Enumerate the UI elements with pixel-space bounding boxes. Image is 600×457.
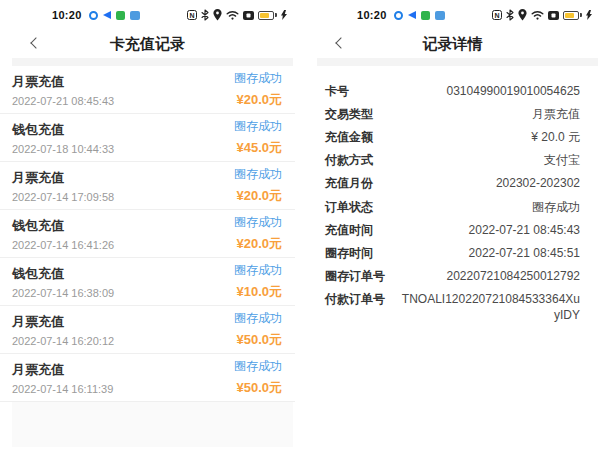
detail-label: 订单状态 xyxy=(325,199,373,215)
record-type: 月票充值 xyxy=(12,73,114,91)
detail-label: 卡号 xyxy=(325,83,349,99)
record-row-left: 月票充值 2022-07-14 16:20:12 xyxy=(12,313,114,347)
record-type: 月票充值 xyxy=(12,361,113,379)
share-triangle-icon xyxy=(103,11,111,19)
record-row-left: 钱包充值 2022-07-14 16:38:09 xyxy=(12,265,114,299)
svg-text:N: N xyxy=(189,12,194,19)
record-row-left: 月票充值 2022-07-14 17:09:58 xyxy=(12,169,114,203)
record-amount: ¥20.0元 xyxy=(234,91,282,109)
record-type: 月票充值 xyxy=(12,169,114,187)
notification-icons xyxy=(394,11,445,20)
record-list: 月票充值 2022-07-21 08:45:43 圈存成功 ¥20.0元 钱包充… xyxy=(0,66,295,402)
record-row-right: 圈存成功 ¥20.0元 xyxy=(234,70,282,109)
detail-row: 付款订单号 TNOALI120220721084533364XuyIDY xyxy=(325,288,580,327)
detail-value: TNOALI120220721084533364XuyIDY xyxy=(400,291,580,323)
blue-app-icon xyxy=(435,11,445,20)
svg-text:N: N xyxy=(494,12,499,19)
record-row[interactable]: 月票充值 2022-07-21 08:45:43 圈存成功 ¥20.0元 xyxy=(0,66,295,114)
status-bar: 10:20 N xyxy=(305,0,600,30)
record-row[interactable]: 月票充值 2022-07-14 17:09:58 圈存成功 ¥20.0元 xyxy=(0,162,295,210)
detail-label: 充值金额 xyxy=(325,129,373,145)
record-datetime: 2022-07-14 16:11:39 xyxy=(12,383,113,395)
screenshot-pair: 10:20 N 卡充值记录 xyxy=(0,0,600,457)
record-type: 钱包充值 xyxy=(12,121,114,139)
detail-value: ¥ 20.0 元 xyxy=(531,129,580,145)
clock-time: 10:20 xyxy=(52,9,82,21)
detail-value: 202302-202302 xyxy=(496,175,580,191)
record-amount: ¥20.0元 xyxy=(234,187,282,205)
record-row-right: 圈存成功 ¥20.0元 xyxy=(234,166,282,205)
battery-level xyxy=(565,13,574,18)
record-status: 圈存成功 xyxy=(234,118,282,135)
nav-bar: 卡充值记录 xyxy=(0,30,295,58)
record-type: 钱包充值 xyxy=(12,265,114,283)
detail-row: 交易类型 月票充值 xyxy=(325,102,580,125)
record-datetime: 2022-07-14 17:09:58 xyxy=(12,191,114,203)
record-amount: ¥50.0元 xyxy=(234,331,282,349)
record-row-right: 圈存成功 ¥10.0元 xyxy=(234,262,282,301)
bluetooth-icon xyxy=(506,9,514,21)
detail-label: 付款订单号 xyxy=(325,291,385,307)
battery-tip xyxy=(275,13,277,17)
battery-tip xyxy=(580,13,582,17)
location-icon xyxy=(518,9,527,21)
nav-bar: 记录详情 xyxy=(305,30,600,58)
screen-record-icon xyxy=(548,11,559,20)
detail-row: 充值月份 202302-202302 xyxy=(325,172,580,195)
system-status-icons: N xyxy=(187,9,287,21)
list-end-background xyxy=(12,402,293,447)
clock-time: 10:20 xyxy=(357,9,387,21)
detail-value: 2022-07-21 08:45:43 xyxy=(469,222,580,238)
charging-bolt-icon xyxy=(281,10,287,20)
detail-value: 圈存成功 xyxy=(532,199,580,215)
detail-label: 交易类型 xyxy=(325,106,373,122)
detail-row: 圈存时间 2022-07-21 08:45:51 xyxy=(325,241,580,264)
record-datetime: 2022-07-14 16:38:09 xyxy=(12,287,114,299)
detail-row: 卡号 03104990019010054625 xyxy=(325,79,580,102)
blue-app-icon xyxy=(130,11,140,20)
detail-label: 圈存订单号 xyxy=(325,268,385,284)
record-datetime: 2022-07-21 08:45:43 xyxy=(12,95,114,107)
record-type: 月票充值 xyxy=(12,313,114,331)
record-status: 圈存成功 xyxy=(234,358,282,375)
record-row-right: 圈存成功 ¥20.0元 xyxy=(234,214,282,253)
green-app-icon xyxy=(421,11,430,20)
page-title: 卡充值记录 xyxy=(0,35,295,54)
battery-level xyxy=(260,13,269,18)
record-row[interactable]: 钱包充值 2022-07-18 10:44:33 圈存成功 ¥45.0元 xyxy=(0,114,295,162)
detail-value: 03104990019010054625 xyxy=(447,83,580,99)
record-amount: ¥10.0元 xyxy=(234,283,282,301)
record-status: 圈存成功 xyxy=(234,70,282,87)
detail-row: 订单状态 圈存成功 xyxy=(325,195,580,218)
list-top-divider xyxy=(12,58,293,66)
record-detail-screen: 10:20 N 记录详情 xyxy=(305,0,600,457)
record-status: 圈存成功 xyxy=(234,310,282,327)
detail-top-divider xyxy=(317,58,598,66)
record-row[interactable]: 月票充值 2022-07-14 16:20:12 圈存成功 ¥50.0元 xyxy=(0,306,295,354)
notification-icons xyxy=(89,11,140,20)
record-row-left: 月票充值 2022-07-14 16:11:39 xyxy=(12,361,113,395)
record-row[interactable]: 钱包充值 2022-07-14 16:38:09 圈存成功 ¥10.0元 xyxy=(0,258,295,306)
share-triangle-icon xyxy=(408,11,416,19)
recharge-records-screen: 10:20 N 卡充值记录 xyxy=(0,0,295,457)
detail-label: 付款方式 xyxy=(325,152,373,168)
screen-record-icon xyxy=(243,11,254,20)
detail-label: 充值时间 xyxy=(325,222,373,238)
green-app-icon xyxy=(116,11,125,20)
charging-bolt-icon xyxy=(586,10,592,20)
detail-list: 卡号 03104990019010054625 交易类型 月票充值 充值金额 ¥… xyxy=(305,66,600,327)
detail-value: 支付宝 xyxy=(544,152,580,168)
record-row-right: 圈存成功 ¥50.0元 xyxy=(234,358,282,397)
nfc-icon: N xyxy=(187,10,197,20)
location-icon xyxy=(213,9,222,21)
wifi-icon xyxy=(226,10,239,20)
system-status-icons: N xyxy=(492,9,592,21)
battery-icon xyxy=(563,11,579,20)
record-row-left: 月票充值 2022-07-21 08:45:43 xyxy=(12,73,114,107)
notification-circle-icon xyxy=(394,11,403,20)
record-datetime: 2022-07-14 16:41:26 xyxy=(12,239,114,251)
record-row-left: 钱包充值 2022-07-14 16:41:26 xyxy=(12,217,114,251)
record-amount: ¥45.0元 xyxy=(234,139,282,157)
record-row[interactable]: 钱包充值 2022-07-14 16:41:26 圈存成功 ¥20.0元 xyxy=(0,210,295,258)
record-row[interactable]: 月票充值 2022-07-14 16:11:39 圈存成功 ¥50.0元 xyxy=(0,354,295,402)
